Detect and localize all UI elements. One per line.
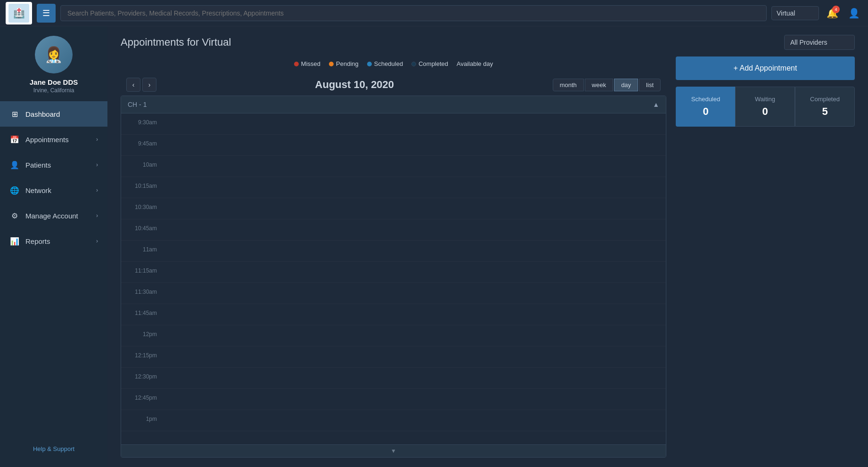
- time-slot[interactable]: [164, 325, 666, 346]
- network-icon: 🌐: [9, 185, 20, 195]
- scheduled-label: Scheduled: [374, 60, 403, 67]
- view-buttons: month week day list: [553, 79, 661, 91]
- missed-label: Missed: [301, 60, 320, 67]
- time-label: 11am: [121, 241, 164, 253]
- day-view-button[interactable]: day: [614, 79, 638, 91]
- waiting-stat-card[interactable]: Waiting 0: [735, 87, 795, 127]
- time-label: 11:15am: [121, 262, 164, 274]
- user-avatar-button[interactable]: 👤: [845, 5, 862, 22]
- scroll-down-icon[interactable]: ▼: [391, 448, 396, 454]
- sidebar-item-patients[interactable]: 👤 Patients ›: [0, 152, 107, 177]
- completed-stat-label: Completed: [800, 96, 850, 103]
- help-support-link[interactable]: Help & Support: [33, 445, 74, 452]
- notifications-button[interactable]: 🔔 4: [824, 5, 841, 22]
- avatar: 👩‍⚕️: [35, 36, 73, 73]
- week-view-button[interactable]: week: [585, 79, 613, 91]
- calendar-controls: ‹ › August 10, 2020 month week day list: [121, 74, 666, 96]
- providers-select[interactable]: All Providers: [784, 35, 855, 50]
- sidebar-item-manage-account[interactable]: ⚙ Manage Account ›: [0, 203, 107, 228]
- completed-label: Completed: [418, 60, 448, 67]
- scheduled-stat-card[interactable]: Scheduled 0: [676, 87, 735, 127]
- time-slot[interactable]: [164, 241, 666, 261]
- sidebar-item-label: Network: [25, 186, 51, 194]
- time-slot[interactable]: [164, 177, 666, 198]
- time-slot[interactable]: [164, 346, 666, 367]
- sidebar-item-label: Appointments: [25, 136, 69, 144]
- sidebar-help: Help & Support: [0, 440, 107, 458]
- time-label: 12pm: [121, 325, 164, 338]
- time-label: 9:30am: [121, 113, 164, 126]
- time-slot[interactable]: [164, 389, 666, 410]
- hamburger-icon: ☰: [42, 8, 50, 18]
- legend-missed: Missed: [294, 60, 320, 67]
- time-label: 12:30pm: [121, 368, 164, 380]
- scheduled-stat-value: 0: [681, 105, 730, 118]
- chevron-icon: ›: [96, 136, 98, 143]
- time-row: 12:15pm: [121, 346, 666, 368]
- time-row: 12:45pm: [121, 389, 666, 410]
- time-row: 10:15am: [121, 177, 666, 198]
- scheduled-stat-label: Scheduled: [681, 96, 730, 103]
- search-input[interactable]: [60, 5, 767, 21]
- next-button[interactable]: ›: [142, 78, 156, 92]
- time-slot[interactable]: [164, 219, 666, 240]
- topbar: 🏥 ☰ Virtual In-Person 🔔 4 👤: [0, 0, 868, 26]
- time-slot[interactable]: [164, 304, 666, 325]
- logo: 🏥: [6, 2, 32, 24]
- time-row: 11am: [121, 241, 666, 262]
- scroll-up-icon[interactable]: ▲: [653, 101, 659, 108]
- time-label: 11:45am: [121, 304, 164, 316]
- right-panel: + Add Appointment Scheduled 0 Waiting 0 …: [676, 56, 855, 458]
- time-label: 12:15pm: [121, 346, 164, 359]
- time-slot[interactable]: [164, 262, 666, 282]
- chevron-icon: ›: [96, 161, 98, 168]
- time-slot[interactable]: [164, 410, 666, 431]
- time-slot[interactable]: [164, 113, 666, 134]
- time-slot[interactable]: [164, 135, 666, 155]
- time-slot[interactable]: [164, 198, 666, 219]
- hamburger-button[interactable]: ☰: [37, 4, 56, 23]
- time-row: 10:30am: [121, 198, 666, 219]
- time-label: 10:15am: [121, 177, 164, 189]
- sidebar-item-network[interactable]: 🌐 Network ›: [0, 177, 107, 203]
- calendar-scroll[interactable]: 9:30am 9:45am 10am 10:15am: [121, 113, 666, 444]
- time-slot[interactable]: [164, 156, 666, 177]
- time-label: 12:45pm: [121, 389, 164, 401]
- avatar-image: 👩‍⚕️: [35, 36, 73, 73]
- virtual-select[interactable]: Virtual In-Person: [771, 6, 819, 20]
- completed-stat-card[interactable]: Completed 5: [795, 87, 855, 127]
- time-slot[interactable]: [164, 368, 666, 388]
- time-label: 10am: [121, 156, 164, 168]
- chevron-icon: ›: [96, 238, 98, 244]
- month-view-button[interactable]: month: [553, 79, 584, 91]
- chevron-icon: ›: [96, 187, 98, 193]
- prev-button[interactable]: ‹: [126, 78, 140, 92]
- sidebar-item-appointments[interactable]: 📅 Appointments ›: [0, 127, 107, 152]
- missed-dot: [294, 62, 299, 66]
- list-view-button[interactable]: list: [639, 79, 661, 91]
- time-label: 10:30am: [121, 198, 164, 210]
- add-appointment-button[interactable]: + Add Appointment: [676, 56, 855, 80]
- available-label: Available day: [457, 60, 493, 67]
- legend-pending: Pending: [329, 60, 359, 67]
- sidebar-item-label: Dashboard: [25, 110, 60, 118]
- calendar-date: August 10, 2020: [315, 79, 394, 91]
- sidebar: 👩‍⚕️ Jane Doe DDS Irvine, California ⊞ D…: [0, 26, 107, 467]
- appointments-icon: 📅: [9, 134, 20, 145]
- sidebar-item-dashboard[interactable]: ⊞ Dashboard: [0, 101, 107, 127]
- sidebar-item-reports[interactable]: 📊 Reports ›: [0, 228, 107, 254]
- sidebar-nav: ⊞ Dashboard 📅 Appointments › 👤 Patients …: [0, 101, 107, 440]
- calendar-main: Missed Pending Scheduled Completed: [121, 56, 666, 458]
- time-row: 1pm: [121, 410, 666, 431]
- time-slot[interactable]: [164, 283, 666, 304]
- time-row: 9:30am: [121, 113, 666, 135]
- time-row: 12pm: [121, 325, 666, 346]
- page-header: Appointments for Virtual All Providers: [107, 26, 868, 56]
- time-row: 10:45am: [121, 219, 666, 241]
- nav-arrows: ‹ ›: [126, 78, 156, 92]
- time-row: 10am: [121, 156, 666, 177]
- time-label: 1pm: [121, 410, 164, 422]
- calendar-section: Missed Pending Scheduled Completed: [107, 56, 868, 467]
- scroll-down-control[interactable]: ▼: [121, 444, 666, 457]
- content-area: Appointments for Virtual All Providers M…: [107, 26, 868, 467]
